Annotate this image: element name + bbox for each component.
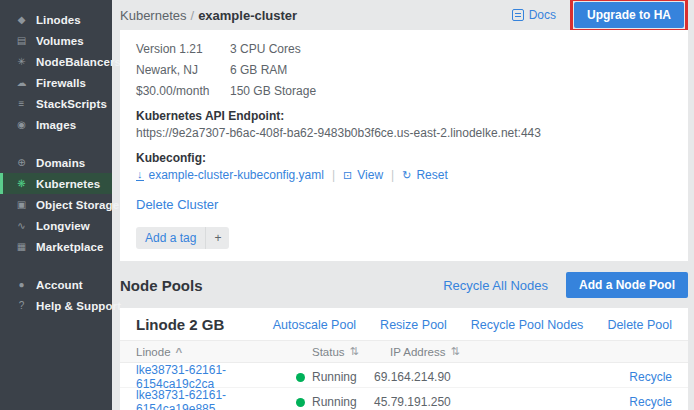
pool-links: Autoscale Pool Resize Pool Recycle Pool …: [249, 318, 672, 332]
status-running-icon: [296, 398, 305, 407]
sidebar-item-label: Account: [36, 279, 83, 291]
recycle-all-nodes-link[interactable]: Recycle All Nodes: [443, 278, 548, 293]
kubernetes-icon: ❋: [14, 178, 29, 189]
kubeconfig-reset-link[interactable]: Reset: [416, 168, 447, 182]
pool-panel: Linode 2 GB Autoscale Pool Resize Pool R…: [120, 308, 688, 410]
view-icon: ⊡: [343, 169, 352, 182]
marketplace-icon: ▦: [14, 241, 29, 252]
sidebar-item-label: Help & Support: [36, 300, 121, 312]
node-pools-bar: Node Pools Recycle All Nodes Add a Node …: [120, 272, 688, 298]
longview-icon: ∿: [14, 220, 29, 231]
cluster-ram: 6 GB RAM: [230, 63, 672, 77]
table-header: Linode ^ Status ⇅ IP Address ⇅: [120, 340, 688, 363]
docs-link[interactable]: Docs: [512, 8, 556, 22]
pool-name: Linode 2 GB: [136, 316, 224, 333]
sidebar-item-account[interactable]: ● Account: [0, 274, 112, 295]
autoscale-pool-link[interactable]: Autoscale Pool: [273, 318, 356, 332]
sidebar-item-nodebalancers[interactable]: ✳ NodeBalancers: [0, 51, 112, 72]
add-tag-button[interactable]: Add a tag +: [136, 227, 229, 249]
column-label: IP Address: [390, 346, 445, 358]
sidebar-item-label: Volumes: [36, 35, 84, 47]
volumes-icon: ▤: [14, 35, 29, 46]
annotation-highlight: Upgrade to HA: [570, 0, 688, 32]
recycle-pool-nodes-link[interactable]: Recycle Pool Nodes: [471, 318, 584, 332]
node-action: Recycle: [602, 395, 688, 409]
status-running-icon: [296, 373, 305, 382]
firewalls-icon: ☁: [14, 77, 29, 88]
column-header-status[interactable]: Status ⇅: [296, 345, 374, 358]
delete-cluster-link[interactable]: Delete Cluster: [136, 197, 218, 212]
sidebar: ◆ Linodes ▤ Volumes ✳ NodeBalancers ☁ Fi…: [0, 0, 112, 410]
api-endpoint-label: Kubernetes API Endpoint:: [136, 109, 672, 123]
kubeconfig-row: ↓ example-cluster-kubeconfig.yaml | ⊡ Vi…: [136, 168, 672, 182]
node-action: Recycle: [602, 370, 688, 384]
cluster-price: $30.00/month: [136, 84, 230, 98]
add-tag-label: Add a tag: [136, 227, 205, 249]
node-ip: 45.79.191.250: [374, 395, 602, 409]
column-label: Linode: [136, 346, 171, 358]
node-link[interactable]: lke38731-62161-6154ca19c2ca: [120, 363, 296, 391]
sidebar-item-volumes[interactable]: ▤ Volumes: [0, 30, 112, 51]
sidebar-item-label: NodeBalancers: [36, 56, 121, 68]
sidebar-item-help-support[interactable]: ? Help & Support: [0, 295, 112, 316]
object-storage-icon: ▣: [14, 199, 29, 210]
reset-icon: ↻: [402, 169, 411, 182]
sidebar-item-label: Marketplace: [36, 241, 104, 253]
sidebar-item-linodes[interactable]: ◆ Linodes: [0, 9, 112, 30]
sidebar-item-stackscripts[interactable]: ≡ StackScripts: [0, 93, 112, 114]
sidebar-item-domains[interactable]: ⊕ Domains: [0, 152, 112, 173]
images-icon: ◉: [14, 119, 29, 130]
kubeconfig-view-link[interactable]: View: [357, 168, 383, 182]
add-node-pool-button[interactable]: Add a Node Pool: [566, 272, 688, 298]
sidebar-item-object-storage[interactable]: ▣ Object Storage: [0, 194, 112, 215]
docs-icon: [512, 9, 524, 21]
sidebar-group-account: ● Account ? Help & Support: [0, 274, 112, 316]
cluster-storage: 150 GB Storage: [230, 84, 672, 98]
nodebalancers-icon: ✳: [14, 56, 29, 67]
download-icon: ↓: [136, 170, 144, 181]
node-link[interactable]: lke38731-62161-6154ca19e885: [120, 388, 296, 410]
breadcrumb-kubernetes-link[interactable]: Kubernetes: [120, 8, 187, 23]
sidebar-item-marketplace[interactable]: ▦ Marketplace: [0, 236, 112, 257]
sidebar-item-images[interactable]: ◉ Images: [0, 114, 112, 135]
sidebar-item-label: Longview: [36, 220, 90, 232]
plus-icon: +: [205, 227, 229, 249]
sidebar-item-firewalls[interactable]: ☁ Firewalls: [0, 72, 112, 93]
status-label: Running: [312, 395, 357, 409]
node-status: Running: [296, 395, 374, 409]
column-header-linode[interactable]: Linode ^: [120, 346, 296, 358]
breadcrumb-separator: /: [191, 8, 195, 23]
breadcrumb: Kubernetes/example-cluster: [120, 8, 297, 23]
cluster-version: Version 1.21: [136, 42, 230, 56]
column-header-ip-address[interactable]: IP Address ⇅: [374, 345, 602, 358]
table-row: lke38731-62161-6154ca19c2ca Running 69.1…: [120, 363, 688, 388]
sort-asc-icon: ^: [176, 346, 183, 358]
sidebar-item-longview[interactable]: ∿ Longview: [0, 215, 112, 236]
help-icon: ?: [14, 300, 29, 311]
divider: |: [391, 168, 394, 182]
sidebar-group-services: ⊕ Domains ❋ Kubernetes ▣ Object Storage …: [0, 152, 112, 257]
sidebar-item-label: Firewalls: [36, 77, 86, 89]
api-endpoint-url: https://9e2a7307-b6ac-408f-ba62-9483b0b3…: [136, 126, 672, 140]
kubeconfig-label: Kubeconfig:: [136, 151, 672, 165]
sidebar-item-label: Object Storage: [36, 199, 119, 211]
delete-pool-link[interactable]: Delete Pool: [607, 318, 672, 332]
sidebar-item-kubernetes[interactable]: ❋ Kubernetes: [0, 173, 112, 194]
pool-header: Linode 2 GB Autoscale Pool Resize Pool R…: [120, 308, 688, 340]
account-icon: ●: [14, 279, 29, 290]
cluster-summary: Version 1.21 3 CPU Cores Newark, NJ 6 GB…: [136, 39, 672, 98]
kubeconfig-file-link[interactable]: example-cluster-kubeconfig.yaml: [149, 168, 324, 182]
sidebar-item-label: Images: [36, 119, 76, 131]
linodes-icon: ◆: [14, 14, 29, 25]
stackscripts-icon: ≡: [14, 98, 29, 109]
sort-icon: ⇅: [350, 345, 359, 358]
sidebar-item-label: Linodes: [36, 14, 81, 26]
sidebar-item-label: Domains: [36, 157, 85, 169]
upgrade-to-ha-button[interactable]: Upgrade to HA: [574, 2, 684, 28]
topbar: Kubernetes/example-cluster Docs Upgrade …: [120, 0, 688, 30]
resize-pool-link[interactable]: Resize Pool: [380, 318, 447, 332]
recycle-node-link[interactable]: Recycle: [629, 370, 672, 384]
node-pools-actions: Recycle All Nodes Add a Node Pool: [443, 272, 688, 298]
status-label: Running: [312, 370, 357, 384]
recycle-node-link[interactable]: Recycle: [629, 395, 672, 409]
